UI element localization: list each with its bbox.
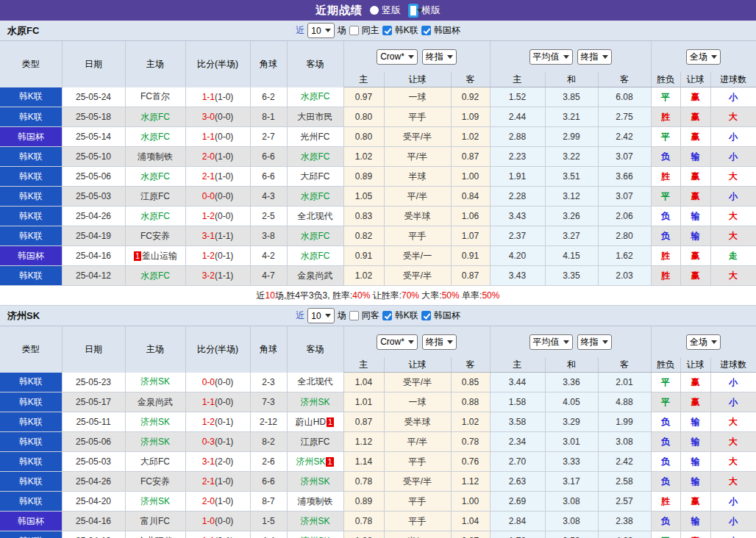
goals-result-cell: 大 — [710, 266, 756, 286]
bookmaker-select[interactable]: Crow* — [377, 334, 418, 350]
full-time-score: 1-0 — [202, 516, 215, 526]
home-team-name[interactable]: 济州SK — [140, 417, 170, 427]
league-checkbox[interactable] — [382, 311, 392, 320]
full-match-select[interactable]: 全场 — [686, 334, 721, 350]
cup-checkbox[interactable] — [421, 311, 431, 320]
home-team-name[interactable]: 全北现代 — [138, 536, 173, 538]
home-team-name[interactable]: FC首尔 — [140, 91, 170, 101]
final-odds-select-1[interactable]: 终指 — [422, 49, 457, 65]
matches-label: 场 — [338, 309, 346, 322]
league-checkbox[interactable] — [382, 26, 392, 35]
layout-vertical-option[interactable]: 竖版 — [370, 4, 401, 17]
home-team-name[interactable]: 浦项制铁 — [138, 151, 173, 162]
score-cell: 3-1(1-1) — [185, 226, 250, 246]
home-team-name[interactable]: 水原FC — [140, 171, 170, 182]
half-time-score: (1-1) — [215, 231, 233, 241]
away-team-name[interactable]: 济州SK — [300, 476, 329, 487]
final-odds-select-1[interactable]: 终指 — [422, 334, 457, 350]
away-team-name[interactable]: 浦项制铁 — [298, 496, 333, 506]
away-team-name[interactable]: 济州SK — [296, 456, 325, 467]
avg-draw-cell: 3.51 — [545, 167, 598, 187]
away-team-name[interactable]: 金泉尚武 — [298, 270, 333, 281]
avg-home-cell: 3.44 — [490, 373, 545, 392]
corners-cell: 6-6 — [250, 147, 287, 167]
score-cell: 3-1(2-0) — [185, 452, 250, 472]
match-count-select[interactable]: 10 — [307, 308, 334, 323]
away-team-name[interactable]: 光州FC — [301, 132, 330, 142]
radio-horizontal-icon[interactable] — [408, 4, 418, 18]
half-time-score: (0-0) — [215, 377, 233, 387]
away-team-name[interactable]: 蔚山HD — [296, 417, 326, 427]
away-team-name[interactable]: 全北现代 — [298, 211, 333, 221]
match-type-cell: 韩K联 — [0, 392, 62, 412]
result-cell: 胜 — [651, 266, 680, 286]
average-select[interactable]: 平均值 — [529, 49, 573, 65]
same-venue-label: 同主 — [362, 24, 379, 37]
same-venue-checkbox[interactable] — [349, 26, 359, 35]
cup-label: 韩国杯 — [434, 24, 460, 37]
home-team-name[interactable]: 富川FC — [140, 516, 170, 526]
col-corner: 角球 — [250, 326, 287, 373]
full-match-select[interactable]: 全场 — [686, 49, 721, 65]
home-odds-cell: 1.04 — [343, 373, 384, 392]
summary-fragment: 大率: — [419, 290, 442, 302]
handicap-cell: 平/半 — [384, 147, 451, 167]
summary-fragment: 近 — [257, 290, 265, 302]
away-odds-cell: 0.87 — [451, 147, 490, 167]
full-time-score: 3-0 — [202, 112, 215, 122]
home-team-name[interactable]: FC安养 — [140, 476, 170, 487]
final-odds-select-2[interactable]: 终指 — [577, 49, 612, 65]
home-team-name[interactable]: 金泉尚武 — [138, 397, 173, 407]
away-team-name[interactable]: 水原FC — [301, 251, 330, 261]
away-team-cell: 济州SK — [287, 512, 343, 531]
home-team-name[interactable]: 济州SK — [140, 376, 170, 387]
home-team-name[interactable]: 水原FC — [140, 211, 170, 221]
away-team-name[interactable]: 全北现代 — [298, 376, 333, 387]
bookmaker-select[interactable]: Crow* — [377, 49, 418, 65]
away-team-name[interactable]: 大田市民 — [298, 112, 333, 122]
away-team-cell: 水原FC — [287, 87, 343, 107]
home-team-name[interactable]: 水原FC — [140, 112, 170, 122]
away-team-name[interactable]: 济州SK — [300, 397, 329, 407]
match-row: 韩K联25-05-11济州SK1-2(0-1)2-12蔚山HD10.87受半球1… — [0, 412, 756, 432]
home-team-name[interactable]: FC安养 — [140, 231, 170, 241]
summary-fragment: 50% — [442, 290, 460, 301]
away-team-name[interactable]: 水原FC — [301, 91, 330, 101]
match-row: 韩K联25-04-13全北现代1-1(0-1)4-4济州SK1.02半/一0.8… — [0, 531, 756, 538]
home-team-name[interactable]: 江原FC — [140, 191, 170, 201]
score-cell: 2-0(1-0) — [185, 147, 250, 167]
score-cell: 1-2(0-1) — [185, 246, 250, 266]
home-team-name[interactable]: 水原FC — [140, 270, 170, 281]
home-team-name[interactable]: 济州SK — [140, 437, 170, 447]
away-team-name[interactable]: 水原FC — [301, 191, 330, 201]
home-odds-cell: 1.05 — [343, 187, 384, 207]
away-team-name[interactable]: 济州SK — [300, 516, 329, 526]
away-team-name[interactable]: 水原FC — [301, 151, 330, 162]
goals-result-cell: 小 — [710, 187, 756, 207]
away-team-name[interactable]: 江原FC — [301, 437, 330, 447]
handicap-result-cell: 赢 — [680, 246, 710, 266]
col-type: 类型 — [0, 41, 62, 87]
cup-checkbox[interactable] — [421, 26, 431, 35]
same-venue-checkbox[interactable] — [349, 311, 359, 320]
match-count-select[interactable]: 10 — [307, 23, 334, 38]
full-time-score: 3-1 — [202, 456, 215, 467]
average-select[interactable]: 平均值 — [529, 334, 573, 350]
layout-horizontal-option[interactable]: 横版 — [408, 4, 441, 18]
final-odds-select-2[interactable]: 终指 — [577, 334, 612, 350]
away-team-name[interactable]: 济州SK — [300, 536, 329, 538]
match-date-cell: 25-04-16 — [62, 246, 125, 266]
full-time-score: 1-1 — [202, 397, 215, 407]
away-team-name[interactable]: 大邱FC — [301, 171, 330, 182]
avg-home-cell: 3.43 — [490, 266, 545, 286]
home-team-name[interactable]: 济州SK — [140, 496, 170, 506]
home-team-name[interactable]: 水原FC — [140, 132, 170, 142]
half-time-score: (1-0) — [215, 496, 233, 506]
home-team-name[interactable]: 釜山运输 — [142, 251, 177, 261]
away-team-name[interactable]: 水原FC — [301, 231, 330, 241]
col-score: 比分(半场) — [185, 326, 250, 373]
avg-away-cell: 3.66 — [598, 167, 651, 187]
match-type-cell: 韩K联 — [0, 412, 62, 432]
radio-vertical-icon[interactable] — [370, 6, 379, 15]
home-team-name[interactable]: 大邱FC — [140, 456, 170, 467]
